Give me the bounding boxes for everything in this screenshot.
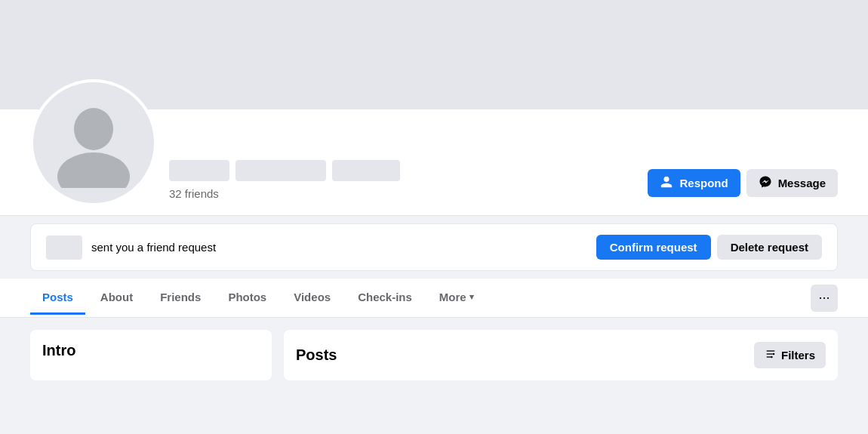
tab-more[interactable]: More ▾ — [427, 282, 486, 315]
svg-point-6 — [771, 356, 773, 359]
tab-posts[interactable]: Posts — [30, 282, 85, 315]
profile-info: 32 friends — [169, 154, 648, 206]
friend-req-avatar — [46, 235, 82, 260]
name-block-1 — [169, 160, 229, 181]
filters-label: Filters — [781, 349, 815, 362]
avatar-silhouette — [33, 82, 154, 203]
filters-button[interactable]: Filters — [754, 342, 826, 368]
friends-count: 32 friends — [169, 187, 648, 200]
avatar — [30, 79, 157, 206]
avatar-wrapper — [30, 79, 157, 206]
ellipsis-icon: ··· — [818, 290, 830, 306]
filters-icon — [765, 348, 777, 362]
svg-point-1 — [57, 152, 130, 188]
name-placeholder — [169, 160, 648, 181]
friend-request-text: sent you a friend request — [91, 241, 587, 254]
tab-about[interactable]: About — [88, 282, 145, 315]
name-block-2 — [235, 160, 326, 181]
posts-card: Posts Filters — [284, 330, 838, 380]
confirm-request-button[interactable]: Confirm request — [596, 235, 711, 260]
profile-actions: Respond Message — [648, 169, 838, 206]
respond-label: Respond — [679, 177, 728, 189]
friend-request-banner: sent you a friend request Confirm reques… — [30, 223, 838, 271]
respond-icon — [660, 175, 673, 191]
more-options-button[interactable]: ··· — [811, 285, 838, 312]
tab-checkins[interactable]: Check-ins — [346, 282, 424, 315]
respond-button[interactable]: Respond — [648, 169, 740, 197]
friend-request-actions: Confirm request Delete request — [596, 235, 822, 260]
svg-point-5 — [773, 353, 775, 356]
message-label: Message — [778, 177, 826, 189]
intro-card-title: Intro — [42, 342, 260, 359]
message-button[interactable]: Message — [746, 169, 838, 197]
name-block-3 — [332, 160, 400, 181]
svg-point-0 — [74, 108, 113, 150]
tabs-list: Posts About Friends Photos Videos Check-… — [30, 282, 805, 315]
more-chevron-icon: ▾ — [469, 292, 474, 302]
tab-photos[interactable]: Photos — [216, 282, 279, 315]
posts-card-title: Posts — [296, 346, 337, 364]
tab-friends[interactable]: Friends — [148, 282, 213, 315]
profile-section: 32 friends Respond Message — [0, 109, 868, 216]
messenger-icon — [759, 175, 772, 191]
profile-nav: Posts About Friends Photos Videos Check-… — [0, 279, 868, 318]
bottom-section: Intro Posts Filters — [0, 318, 868, 392]
tab-videos[interactable]: Videos — [282, 282, 343, 315]
delete-request-button[interactable]: Delete request — [717, 235, 822, 260]
intro-card: Intro — [30, 330, 272, 380]
